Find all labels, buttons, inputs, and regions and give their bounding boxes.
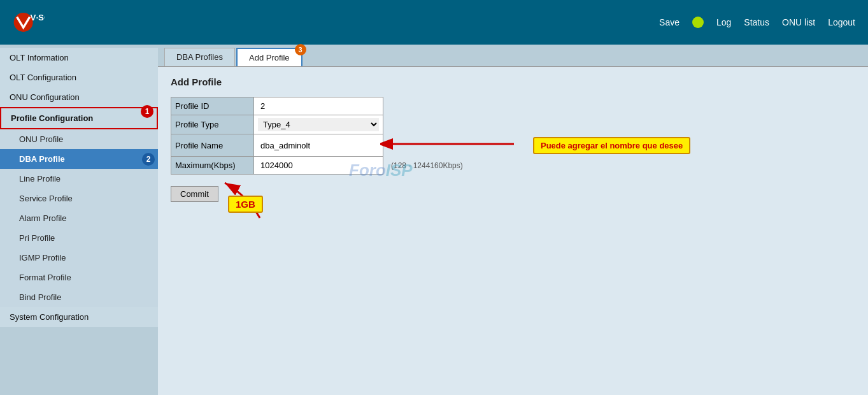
- sidebar-item-igmp-profile[interactable]: IGMP Profile: [0, 248, 158, 268]
- commit-area: Commit 1GB ForoISP: [171, 180, 855, 202]
- logo-area: V·SOL: [13, 6, 45, 38]
- profile-type-row: Profile Type Type_1 Type_2 Type_3 Type_4…: [171, 115, 695, 134]
- status-link[interactable]: Status: [744, 17, 769, 27]
- main-layout: OLT Information OLT Configuration ONU Co…: [0, 45, 868, 395]
- profile-type-select[interactable]: Type_1 Type_2 Type_3 Type_4 Type_5: [258, 118, 379, 131]
- status-indicator: [692, 17, 704, 28]
- profile-name-input[interactable]: [258, 140, 373, 152]
- sidebar-item-profile-configuration[interactable]: Profile Configuration 1: [0, 107, 158, 129]
- vsol-logo: V·SOL: [13, 6, 45, 38]
- sidebar-item-alarm-profile[interactable]: Alarm Profile: [0, 208, 158, 228]
- panel-title: Add Profile: [171, 76, 855, 87]
- add-profile-form: Profile ID Profile Type Type_1 Type_2: [171, 97, 855, 202]
- sidebar-item-olt-information[interactable]: OLT Information: [0, 48, 158, 68]
- tab-add-profile[interactable]: Add Profile 3: [236, 48, 302, 66]
- tab-badge-3: 3: [295, 44, 306, 55]
- annotation-arrow: [380, 134, 520, 154]
- profile-id-label: Profile ID: [171, 97, 254, 115]
- profile-type-label: Profile Type: [171, 115, 254, 134]
- sidebar-item-olt-configuration[interactable]: OLT Configuration: [0, 68, 158, 87]
- svg-text:V·SOL: V·SOL: [31, 13, 45, 23]
- onu-list-link[interactable]: ONU list: [782, 17, 815, 27]
- sidebar-item-line-profile[interactable]: Line Profile: [0, 169, 158, 189]
- form-table: Profile ID Profile Type Type_1 Type_2: [171, 97, 695, 175]
- profile-id-input[interactable]: [258, 100, 373, 112]
- onegb-label: 1GB: [228, 196, 263, 213]
- profile-name-label: Profile Name: [171, 134, 254, 157]
- sidebar-item-format-profile[interactable]: Format Profile: [0, 268, 158, 287]
- badge-2: 2: [142, 153, 155, 166]
- logout-link[interactable]: Logout: [828, 17, 855, 27]
- profile-id-cell: [254, 97, 383, 115]
- profile-type-cell: Type_1 Type_2 Type_3 Type_4 Type_5: [254, 115, 383, 134]
- log-link[interactable]: Log: [716, 17, 731, 27]
- foroisp-watermark: ForoISP: [349, 161, 413, 180]
- save-button[interactable]: Save: [659, 17, 679, 27]
- sidebar-item-service-profile[interactable]: Service Profile: [0, 189, 158, 208]
- annotation-tooltip: Puede agregar el nombre que desee: [533, 137, 690, 154]
- main-panel: Add Profile Profile ID Profile Type: [158, 67, 868, 395]
- badge-1: 1: [141, 105, 153, 118]
- tab-bar: DBA Profiles Add Profile 3: [158, 45, 868, 67]
- profile-name-row: Profile Name: [171, 134, 695, 157]
- tab-dba-profiles[interactable]: DBA Profiles: [164, 48, 235, 66]
- sidebar-item-onu-configuration[interactable]: ONU Configuration: [0, 87, 158, 107]
- content-area: DBA Profiles Add Profile 3 Add Profile P…: [158, 45, 868, 395]
- header-right: Save Log Status ONU list Logout: [659, 17, 855, 28]
- sidebar-item-dba-profile[interactable]: DBA Profile 2: [0, 149, 158, 169]
- sidebar-item-system-configuration[interactable]: System Configuration: [0, 307, 158, 327]
- sidebar-item-pri-profile[interactable]: Pri Profile: [0, 228, 158, 248]
- sidebar-item-onu-profile[interactable]: ONU Profile: [0, 129, 158, 149]
- header: V·SOL Save Log Status ONU list Logout: [0, 0, 868, 45]
- profile-name-cell: [254, 134, 383, 157]
- sidebar-item-bind-profile[interactable]: Bind Profile: [0, 287, 158, 307]
- profile-id-row: Profile ID: [171, 97, 695, 115]
- sidebar: OLT Information OLT Configuration ONU Co…: [0, 45, 158, 395]
